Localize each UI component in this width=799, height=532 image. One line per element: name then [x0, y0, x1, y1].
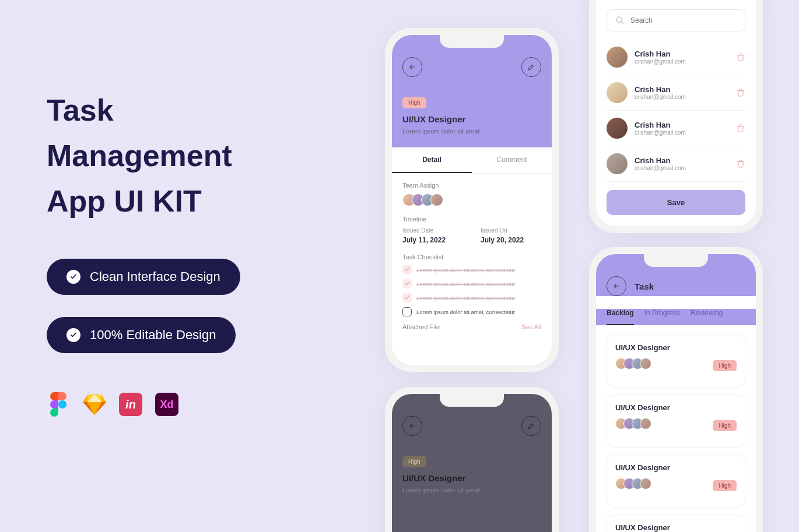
avatar	[430, 193, 443, 206]
invision-icon: in	[119, 393, 142, 416]
trash-icon[interactable]	[736, 88, 745, 97]
see-all-link[interactable]: See All	[521, 323, 541, 330]
back-button[interactable]	[402, 57, 422, 77]
member-row: Crish Han crishan@gmail.com	[607, 40, 745, 75]
save-button[interactable]: Save	[607, 190, 745, 215]
checklist-text: Lorem ipsum dolor sit amet, consectetur	[416, 281, 515, 287]
search-icon	[615, 16, 625, 25]
team-avatars	[615, 478, 651, 489]
checklist-item[interactable]: Lorem ipsum dolor sit amet, consectetur	[402, 307, 541, 316]
trash-icon[interactable]	[736, 159, 745, 168]
back-button[interactable]	[607, 276, 626, 296]
checkbox-unchecked-icon	[402, 307, 412, 316]
member-name: Crish Han	[635, 156, 729, 165]
member-row: Crish Han crishan@gmail.com	[607, 111, 745, 146]
search-input[interactable]	[630, 16, 737, 24]
task-card[interactable]: UI/UX Designer High	[607, 455, 745, 508]
priority-badge: High	[713, 360, 737, 371]
hero-title: Task Management App UI KIT	[47, 87, 315, 224]
sketch-icon	[83, 393, 106, 416]
checkbox-checked-icon	[402, 265, 412, 274]
tab-comment[interactable]: Comment	[472, 147, 552, 173]
check-icon	[66, 328, 80, 342]
issued-date-value: July 11, 2022	[402, 236, 463, 244]
title-line-2: Management	[47, 133, 315, 178]
member-name: Crish Han	[635, 85, 729, 94]
checklist-text: Lorem ipsum dolor sit amet, consectetur	[416, 295, 515, 301]
checkbox-checked-icon	[402, 293, 412, 302]
timeline-label: Timeline	[402, 216, 541, 223]
priority-badge: High	[713, 480, 737, 491]
phone-detail-dark: High UI/UX Designer Lorem ipsum dolor si…	[385, 387, 559, 532]
trash-icon[interactable]	[736, 124, 745, 133]
phone-task-list: Task Backlog In Progress Reviewing UI/UX…	[589, 247, 763, 532]
page-title: Task	[635, 281, 654, 291]
member-email: crishan@gmail.com	[635, 94, 729, 100]
back-button[interactable]	[402, 416, 422, 436]
task-card[interactable]: UI/UX Designer High	[607, 394, 745, 448]
issued-date-label: Issued Date	[402, 227, 463, 234]
member-name: Crish Han	[635, 50, 729, 58]
member-row: Crish Han crishan@gmail.com	[607, 146, 745, 182]
tab-detail[interactable]: Detail	[392, 147, 472, 173]
attached-file-label: Attached File	[402, 323, 440, 330]
checklist-text: Lorem ipsum dolor sit amet, consectetur	[416, 267, 515, 273]
member-row: Crish Han crishan@gmail.com	[607, 75, 745, 111]
tab-reviewing[interactable]: Reviewing	[691, 309, 723, 325]
pill-label: Clean Interface Design	[90, 269, 220, 284]
phone-detail: High UI/UX Designer Lorem ipsum dolor si…	[385, 28, 559, 372]
checklist-item[interactable]: Lorem ipsum dolor sit amet, consectetur	[402, 279, 541, 288]
avatar	[607, 118, 628, 139]
task-card-title: UI/UX Designer	[615, 343, 737, 352]
member-name: Crish Han	[635, 121, 729, 129]
priority-badge: High	[402, 97, 426, 108]
checklist-label: Task Checklist	[402, 253, 541, 260]
feature-pill-2: 100% Editable Design	[47, 317, 236, 353]
task-subtitle: Lorem ipsum dolor sit amet	[402, 487, 541, 494]
avatar	[607, 82, 628, 103]
task-card-title: UI/UX Designer	[615, 403, 737, 412]
figma-icon	[47, 393, 70, 416]
avatar	[607, 153, 628, 174]
task-subtitle: Lorem ipsum dolor sit amet	[402, 128, 541, 135]
task-card-title: UI/UX Designer	[615, 523, 737, 532]
checklist-item[interactable]: Lorem ipsum dolor sit amet, consectetur	[402, 293, 541, 302]
task-title: UI/UX Designer	[402, 473, 541, 483]
title-line-1: Task	[47, 87, 315, 133]
avatar	[607, 47, 628, 68]
priority-badge: High	[402, 456, 426, 467]
team-avatars	[615, 358, 651, 369]
pill-label: 100% Editable Design	[90, 327, 216, 343]
tab-backlog[interactable]: Backlog	[607, 309, 634, 325]
checkbox-checked-icon	[402, 279, 412, 288]
checklist-item[interactable]: Lorem ipsum dolor sit amet, consectetur	[402, 265, 541, 274]
phone-members: Crish Han crishan@gmail.com Crish Han cr…	[589, 0, 763, 233]
member-email: crishan@gmail.com	[635, 165, 729, 171]
member-email: crishan@gmail.com	[635, 129, 729, 136]
tool-icons-row: in Xd	[47, 393, 315, 416]
tab-in-progress[interactable]: In Progress	[644, 309, 680, 325]
team-avatars	[402, 193, 541, 206]
task-card-title: UI/UX Designer	[615, 463, 737, 472]
edit-button[interactable]	[521, 416, 541, 436]
team-avatars	[615, 418, 651, 429]
issued-on-label: Issued On	[481, 227, 541, 234]
search-box[interactable]	[607, 9, 745, 31]
checklist-text: Lorem ipsum dolor sit amet, consectetur	[416, 309, 515, 315]
svg-point-0	[58, 400, 66, 408]
xd-icon: Xd	[155, 393, 178, 416]
check-icon	[66, 270, 80, 284]
edit-button[interactable]	[521, 57, 541, 77]
trash-icon[interactable]	[736, 52, 745, 62]
team-assign-label: Team Assign	[402, 182, 541, 189]
feature-pill-1: Clean Interface Design	[47, 259, 240, 295]
task-card[interactable]: UI/UX Designer	[607, 515, 745, 532]
task-card[interactable]: UI/UX Designer High	[607, 334, 745, 387]
title-line-3: App UI KIT	[47, 178, 315, 224]
issued-on-value: July 20, 2022	[481, 236, 541, 244]
task-title: UI/UX Designer	[402, 114, 541, 124]
member-email: crishan@gmail.com	[635, 58, 729, 65]
priority-badge: High	[713, 420, 737, 431]
